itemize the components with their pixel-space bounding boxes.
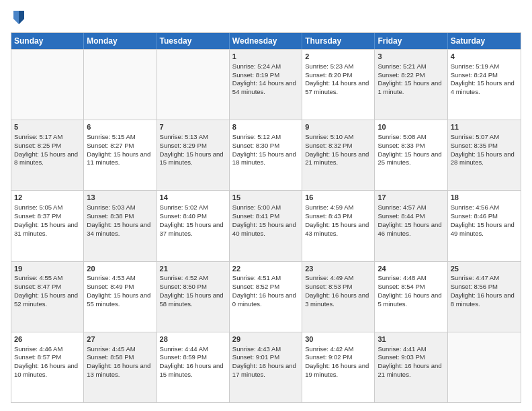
day-number: 23 (305, 264, 371, 274)
sunrise-text: Sunrise: 4:49 AM (305, 274, 353, 281)
col-header-tuesday: Tuesday (157, 33, 230, 49)
daylight-text: Daylight: 16 hours and 8 minutes. (451, 291, 515, 308)
sunrise-text: Sunrise: 4:52 AM (160, 274, 208, 281)
calendar-cell: 25Sunrise: 4:47 AMSunset: 8:56 PMDayligh… (448, 262, 521, 332)
col-header-wednesday: Wednesday (230, 33, 302, 49)
day-number: 28 (160, 334, 226, 345)
daylight-text: Daylight: 15 hours and 28 minutes. (451, 150, 515, 167)
calendar-row-4: 26Sunrise: 4:46 AMSunset: 8:57 PMDayligh… (11, 332, 521, 402)
day-number: 3 (378, 52, 444, 62)
calendar-cell: 28Sunrise: 4:44 AMSunset: 8:59 PMDayligh… (157, 332, 230, 402)
calendar-cell: 21Sunrise: 4:52 AMSunset: 8:50 PMDayligh… (157, 262, 230, 332)
sunrise-text: Sunrise: 5:12 AM (232, 133, 281, 140)
sunset-text: Sunset: 8:50 PM (160, 283, 207, 290)
sunset-text: Sunset: 8:25 PM (14, 142, 61, 149)
day-number: 26 (14, 334, 81, 345)
sunset-text: Sunset: 8:20 PM (305, 71, 352, 79)
daylight-text: Daylight: 15 hours and 25 minutes. (378, 150, 441, 167)
daylight-text: Daylight: 16 hours and 21 minutes. (378, 362, 441, 378)
daylight-text: Daylight: 15 hours and 52 minutes. (14, 291, 78, 308)
day-number: 22 (232, 264, 299, 274)
sunrise-text: Sunrise: 5:15 AM (87, 133, 135, 140)
page: SundayMondayTuesdayWednesdayThursdayFrid… (0, 0, 532, 411)
calendar-row-0: 1Sunrise: 5:24 AMSunset: 8:19 PMDaylight… (11, 49, 521, 120)
day-number: 11 (451, 122, 518, 132)
day-number: 18 (451, 193, 518, 203)
day-number: 16 (305, 193, 371, 203)
calendar-body: 1Sunrise: 5:24 AMSunset: 8:19 PMDaylight… (11, 49, 521, 402)
calendar-cell: 26Sunrise: 4:46 AMSunset: 8:57 PMDayligh… (11, 332, 84, 402)
sunset-text: Sunset: 8:54 PM (378, 283, 425, 290)
sunset-text: Sunset: 8:52 PM (232, 283, 279, 290)
sunrise-text: Sunrise: 5:23 AM (305, 62, 353, 70)
logo (11, 8, 30, 27)
daylight-text: Daylight: 15 hours and 11 minutes. (87, 150, 150, 167)
day-number: 7 (160, 122, 226, 132)
day-number: 15 (232, 193, 299, 203)
calendar-cell: 19Sunrise: 4:55 AMSunset: 8:47 PMDayligh… (11, 262, 84, 332)
sunrise-text: Sunrise: 4:57 AM (378, 203, 426, 211)
daylight-text: Daylight: 15 hours and 34 minutes. (87, 221, 150, 237)
day-number: 20 (87, 264, 153, 274)
sunset-text: Sunset: 8:30 PM (232, 142, 279, 149)
day-number: 12 (14, 193, 81, 203)
col-header-saturday: Saturday (448, 33, 521, 49)
day-number: 10 (378, 122, 444, 132)
daylight-text: Daylight: 15 hours and 46 minutes. (378, 221, 441, 237)
calendar-cell (84, 50, 157, 120)
daylight-text: Daylight: 16 hours and 19 minutes. (305, 362, 369, 378)
sunrise-text: Sunrise: 5:19 AM (451, 62, 499, 70)
col-header-thursday: Thursday (302, 33, 375, 49)
calendar-cell: 14Sunrise: 5:02 AMSunset: 8:40 PMDayligh… (157, 191, 230, 261)
calendar-cell: 11Sunrise: 5:07 AMSunset: 8:35 PMDayligh… (448, 120, 521, 190)
daylight-text: Daylight: 16 hours and 5 minutes. (378, 291, 441, 308)
calendar-cell: 29Sunrise: 4:43 AMSunset: 9:01 PMDayligh… (230, 332, 302, 402)
sunset-text: Sunset: 8:41 PM (232, 212, 279, 220)
svg-marker-1 (19, 11, 24, 24)
sunset-text: Sunset: 8:29 PM (160, 142, 207, 149)
sunrise-text: Sunrise: 4:42 AM (305, 345, 353, 353)
calendar-cell: 18Sunrise: 4:56 AMSunset: 8:46 PMDayligh… (448, 191, 521, 261)
calendar-header-row: SundayMondayTuesdayWednesdayThursdayFrid… (11, 33, 521, 49)
sunset-text: Sunset: 8:47 PM (14, 283, 61, 290)
daylight-text: Daylight: 16 hours and 10 minutes. (14, 362, 78, 378)
calendar: SundayMondayTuesdayWednesdayThursdayFrid… (11, 32, 521, 403)
sunrise-text: Sunrise: 4:47 AM (451, 274, 499, 281)
calendar-cell: 13Sunrise: 5:03 AMSunset: 8:38 PMDayligh… (84, 191, 157, 261)
sunrise-text: Sunrise: 4:43 AM (232, 345, 281, 353)
calendar-cell (157, 50, 230, 120)
day-number: 5 (14, 122, 81, 132)
calendar-cell: 30Sunrise: 4:42 AMSunset: 9:02 PMDayligh… (302, 332, 375, 402)
sunset-text: Sunset: 8:35 PM (451, 142, 498, 149)
col-header-monday: Monday (84, 33, 157, 49)
sunset-text: Sunset: 8:40 PM (160, 212, 207, 220)
calendar-cell: 22Sunrise: 4:51 AMSunset: 8:52 PMDayligh… (230, 262, 302, 332)
sunrise-text: Sunrise: 5:24 AM (232, 62, 281, 70)
daylight-text: Daylight: 15 hours and 55 minutes. (87, 291, 150, 308)
day-number: 31 (378, 334, 444, 345)
daylight-text: Daylight: 16 hours and 15 minutes. (160, 362, 224, 378)
day-number: 21 (160, 264, 226, 274)
sunrise-text: Sunrise: 5:07 AM (451, 133, 499, 140)
sunset-text: Sunset: 8:33 PM (378, 142, 425, 149)
calendar-cell: 27Sunrise: 4:45 AMSunset: 8:58 PMDayligh… (84, 332, 157, 402)
daylight-text: Daylight: 15 hours and 31 minutes. (14, 221, 78, 237)
daylight-text: Daylight: 15 hours and 18 minutes. (232, 150, 296, 167)
day-number: 4 (451, 52, 518, 62)
calendar-cell: 1Sunrise: 5:24 AMSunset: 8:19 PMDaylight… (230, 50, 302, 120)
daylight-text: Daylight: 14 hours and 57 minutes. (305, 79, 369, 95)
col-header-friday: Friday (375, 33, 447, 49)
sunset-text: Sunset: 8:44 PM (378, 212, 425, 220)
sunset-text: Sunset: 9:02 PM (305, 353, 352, 361)
sunset-text: Sunset: 8:37 PM (14, 212, 61, 220)
daylight-text: Daylight: 15 hours and 37 minutes. (160, 221, 224, 237)
sunrise-text: Sunrise: 4:41 AM (378, 345, 426, 353)
calendar-cell: 24Sunrise: 4:48 AMSunset: 8:54 PMDayligh… (375, 262, 447, 332)
daylight-text: Daylight: 14 hours and 54 minutes. (232, 79, 296, 95)
sunrise-text: Sunrise: 4:53 AM (87, 274, 135, 281)
col-header-sunday: Sunday (11, 33, 84, 49)
day-number: 25 (451, 264, 518, 274)
sunrise-text: Sunrise: 4:55 AM (14, 274, 62, 281)
sunset-text: Sunset: 8:32 PM (305, 142, 352, 149)
header (11, 8, 521, 27)
